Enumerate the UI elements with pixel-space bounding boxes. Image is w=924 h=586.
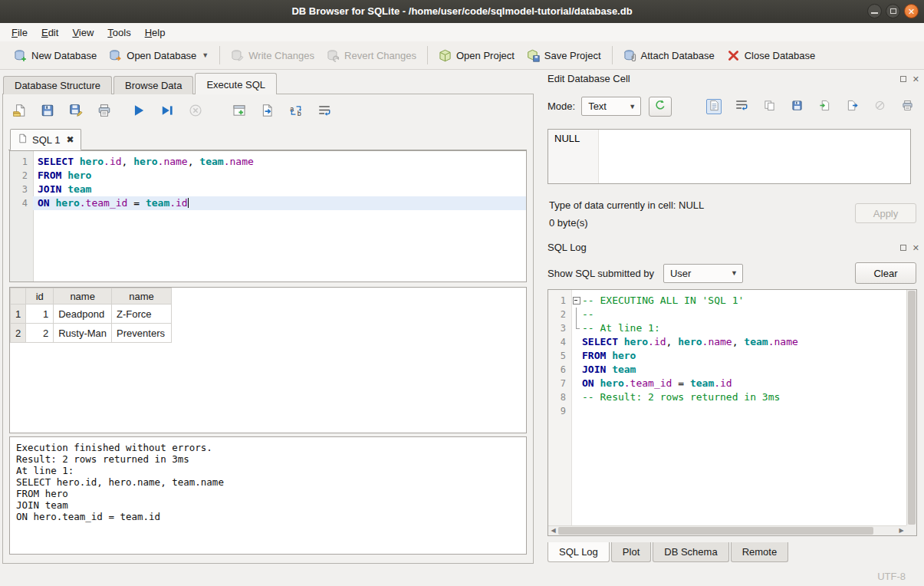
row-number[interactable]: 2 — [11, 324, 26, 343]
export-button[interactable] — [844, 99, 860, 114]
tab-database-structure[interactable]: Database Structure — [3, 76, 112, 94]
table-cell[interactable]: Preventers — [112, 324, 172, 343]
column-header[interactable]: name — [54, 288, 112, 305]
sql-editor-toolbar: ab — [9, 100, 334, 122]
apply-format-icon — [654, 99, 666, 114]
save-as-button[interactable] — [66, 101, 86, 121]
menu-bar: FileEditViewToolsHelp — [0, 23, 924, 41]
import-icon — [819, 100, 830, 114]
save-project-button[interactable]: Save Project — [521, 45, 607, 66]
toolbar-button-label: Revert Changes — [344, 50, 416, 61]
close-tab-icon[interactable]: ✖ — [66, 134, 74, 145]
export-results-button[interactable] — [258, 101, 278, 121]
word-wrap-button[interactable] — [734, 99, 749, 114]
text-mode-button[interactable] — [706, 99, 722, 114]
execute-current-line-button[interactable] — [157, 101, 177, 121]
horizontal-scrollbar[interactable]: ◀ ▶ — [548, 525, 906, 535]
sql-editor[interactable]: 1SELECT hero.id, hero.name, team.name2FR… — [9, 150, 527, 282]
toolbar-button-label: New Database — [31, 50, 97, 61]
print-cell-button[interactable] — [899, 99, 915, 114]
table-cell[interactable]: Rusty-Man — [54, 324, 112, 343]
row-number[interactable]: 1 — [11, 305, 26, 324]
close-database-button[interactable]: Close Database — [721, 45, 822, 66]
code-line: SELECT hero.id, hero.name, team.name — [582, 335, 798, 349]
code-token: , — [122, 156, 134, 167]
table-row: 11DeadpondZ-Force — [11, 305, 172, 324]
apply-format-button[interactable] — [649, 97, 672, 117]
open-sql-file-button[interactable] — [9, 101, 29, 121]
save-sql-file-button[interactable] — [38, 101, 58, 121]
close-icon[interactable]: ✕ — [912, 244, 919, 252]
vertical-scrollbar[interactable] — [906, 290, 916, 525]
maximize-button[interactable] — [886, 4, 900, 18]
float-icon[interactable] — [900, 76, 906, 82]
code-line: -- — [582, 308, 594, 321]
column-header[interactable]: name — [112, 288, 172, 305]
editor-line: 4ON hero.team_id = team.id — [10, 196, 526, 210]
find-replace-button[interactable]: ab — [286, 101, 306, 121]
toolbar-button-label: Save Project — [544, 50, 601, 61]
line-number: 2 — [10, 169, 33, 183]
tab-browse-data[interactable]: Browse Data — [113, 76, 193, 94]
write-changes-button: Write Changes — [225, 45, 321, 66]
code-token: -- Result: 2 rows returned in 3ms — [582, 391, 780, 403]
clear-button[interactable]: Clear — [855, 262, 916, 284]
code-token: .team_id — [624, 377, 672, 389]
status-bar: UTF-8 — [0, 568, 924, 586]
scrollbar-thumb[interactable] — [558, 527, 873, 535]
scroll-right-icon[interactable]: ▶ — [896, 526, 906, 535]
print-button[interactable] — [94, 101, 114, 121]
cell-editor[interactable]: NULL — [547, 129, 911, 184]
cell-value: NULL — [554, 133, 580, 144]
menu-help[interactable]: Help — [138, 25, 173, 41]
code-token: hero — [678, 336, 702, 347]
minimize-button[interactable] — [867, 4, 882, 18]
new-database-button[interactable]: New Database — [8, 45, 103, 66]
menu-view[interactable]: View — [65, 25, 100, 41]
open-project-button[interactable]: Open Project — [432, 45, 521, 66]
attach-database-button[interactable]: Attach Database — [617, 45, 721, 66]
word-wrap-button[interactable] — [314, 101, 334, 121]
dock-tab-sql-log[interactable]: SQL Log — [547, 542, 610, 562]
menu-file[interactable]: File — [5, 25, 35, 41]
minimize-icon — [871, 12, 878, 14]
open-sql-file-icon — [12, 104, 26, 120]
float-icon[interactable] — [900, 245, 906, 251]
code-token: -- — [582, 308, 594, 320]
submitted-by-select[interactable]: User ▼ — [663, 264, 743, 283]
open-new-tab-button[interactable] — [229, 101, 249, 121]
table-cell[interactable]: 2 — [26, 324, 54, 343]
collapse-icon[interactable] — [571, 294, 582, 308]
menu-tools[interactable]: Tools — [100, 25, 137, 41]
tab-execute-sql[interactable]: Execute SQL — [195, 73, 277, 94]
menu-edit[interactable]: Edit — [35, 25, 65, 41]
table-cell[interactable]: 1 — [26, 305, 54, 324]
chevron-down-icon[interactable]: ▼ — [202, 51, 209, 59]
mode-select[interactable]: Text ▼ — [581, 97, 641, 116]
code-line: ON hero.team_id = team.id — [582, 377, 732, 390]
print-icon — [97, 104, 111, 120]
dock-tab-db-schema[interactable]: DB Schema — [653, 542, 728, 562]
log-line: 2-- — [548, 308, 906, 321]
table-cell[interactable]: Deadpond — [54, 305, 112, 324]
sql-tab-bar: SQL 1 ✖ — [8, 129, 527, 150]
open-database-button[interactable]: Open Database▼ — [103, 45, 215, 66]
table-cell[interactable]: Z-Force — [112, 305, 172, 324]
scrollbar-thumb[interactable] — [908, 291, 916, 525]
close-button[interactable]: ✕ — [904, 4, 919, 18]
code-token: .id — [169, 197, 187, 209]
import-button[interactable] — [817, 99, 832, 114]
save-button[interactable] — [789, 99, 804, 114]
code-token: team — [744, 336, 768, 347]
tab-sql-1[interactable]: SQL 1 ✖ — [10, 129, 81, 150]
execute-all-button[interactable] — [129, 101, 149, 121]
line-number: 8 — [548, 390, 571, 404]
code-token: .id — [104, 156, 121, 167]
copy-button[interactable] — [761, 99, 777, 114]
dock-tab-remote[interactable]: Remote — [731, 542, 789, 562]
line-number: 1 — [10, 155, 33, 169]
close-icon[interactable]: ✕ — [912, 75, 919, 83]
dock-tab-plot[interactable]: Plot — [611, 542, 651, 562]
column-header[interactable]: id — [26, 288, 54, 305]
scroll-left-icon[interactable]: ◀ — [548, 526, 558, 535]
